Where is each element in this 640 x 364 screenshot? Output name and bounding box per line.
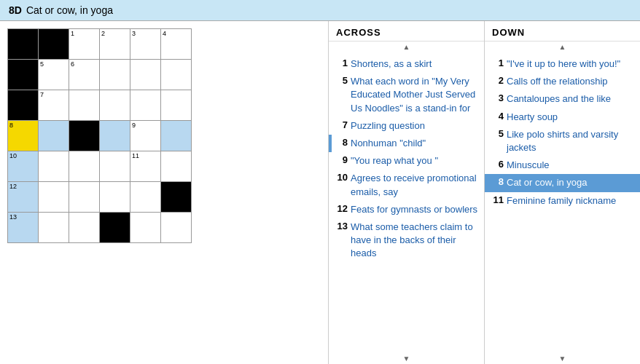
grid-cell[interactable]	[130, 213, 161, 243]
clue-text: Shortens, as a skirt	[351, 58, 432, 71]
grid-row: 8 9	[8, 121, 192, 151]
grid-row: 13	[8, 213, 192, 243]
clue-text: Like polo shirts and varsity jackets	[507, 128, 634, 154]
down-clue-item[interactable]: 3Cantaloupes and the like	[485, 90, 640, 108]
clue-text: Hearty soup	[507, 111, 558, 124]
clue-number: 3	[491, 92, 504, 103]
clue-text: Cat or cow, in yoga	[507, 176, 588, 189]
grid-cell-highlighted[interactable]: 13	[8, 213, 39, 243]
down-clue-item[interactable]: 6Minuscule	[485, 157, 640, 174]
grid-cell[interactable]	[100, 60, 130, 90]
grid-cell[interactable]	[130, 60, 161, 90]
grid-cell	[69, 121, 100, 151]
clue-number: 13	[335, 221, 348, 232]
clue-number: 12	[335, 203, 348, 214]
clue-number: 5	[335, 75, 348, 86]
grid-row: 10 11	[8, 151, 192, 182]
clue-number: 1	[335, 58, 348, 68]
top-clue-bar: 8D Cat or cow, in yoga	[0, 0, 640, 21]
across-clues-scroll[interactable]: 1Shortens, as a skirt5What each word in …	[329, 52, 484, 353]
grid-cell[interactable]	[100, 90, 130, 121]
clues-panel: ACROSS ▲ 1Shortens, as a skirt5What each…	[328, 21, 640, 364]
grid-cell[interactable]: 3	[130, 29, 161, 60]
across-clue-item[interactable]: 7Puzzling question	[329, 117, 484, 135]
grid-cell-highlighted[interactable]	[39, 121, 69, 151]
down-clue-item[interactable]: 11Feminine family nickname	[485, 192, 640, 210]
clue-number: 11	[491, 194, 504, 205]
down-header: DOWN	[485, 21, 640, 41]
grid-row: 5 6	[8, 60, 192, 90]
grid-cell[interactable]: 1	[69, 29, 100, 60]
clue-text: Agrees to receive promotional emails, sa…	[351, 172, 478, 198]
main-area: 1 2 3 4 5 6 7	[0, 21, 640, 364]
grid-cell-highlighted[interactable]: 10	[8, 151, 39, 182]
crossword-grid[interactable]: 1 2 3 4 5 6 7	[7, 28, 192, 243]
clue-text: What some teachers claim to have in the …	[351, 221, 478, 261]
grid-cell	[100, 213, 130, 243]
grid-cell-highlighted[interactable]	[161, 121, 192, 151]
grid-cell	[39, 29, 69, 60]
grid-cell[interactable]	[130, 182, 161, 213]
grid-cell[interactable]	[130, 90, 161, 121]
clue-number: 8	[491, 176, 504, 187]
across-clue-item[interactable]: 1Shortens, as a skirt	[329, 55, 484, 73]
across-clue-item[interactable]: 9"You reap what you "	[329, 152, 484, 170]
down-clue-item[interactable]: 4Hearty soup	[485, 108, 640, 126]
down-clue-item[interactable]: 1"I've it up to here with you!"	[485, 55, 640, 73]
across-clue-item[interactable]: 8Nonhuman "child"	[329, 135, 484, 152]
grid-row: 7	[8, 90, 192, 121]
grid-cell-highlighted[interactable]	[100, 121, 130, 151]
across-column: ACROSS ▲ 1Shortens, as a skirt5What each…	[329, 21, 485, 364]
active-clue-number: 8D	[9, 4, 22, 16]
clue-number: 6	[491, 159, 504, 170]
scroll-down-across[interactable]: ▼	[329, 353, 484, 364]
grid-cell[interactable]	[69, 213, 100, 243]
clue-number: 2	[491, 75, 504, 86]
clue-number: 9	[335, 154, 348, 165]
grid-cell	[8, 29, 39, 60]
scroll-down-down[interactable]: ▼	[485, 353, 640, 364]
grid-cell[interactable]: 2	[100, 29, 130, 60]
grid-cell[interactable]	[100, 182, 130, 213]
across-header: ACROSS	[329, 21, 484, 41]
down-clue-item[interactable]: 2Calls off the relationship	[485, 73, 640, 90]
across-clue-item[interactable]: 13What some teachers claim to have in th…	[329, 218, 484, 263]
grid-cell[interactable]	[161, 60, 192, 90]
grid-cell-active[interactable]: 8	[8, 121, 39, 151]
grid-cell[interactable]	[161, 90, 192, 121]
grid-cell[interactable]	[39, 151, 69, 182]
clue-text: Calls off the relationship	[507, 75, 608, 88]
across-clue-item[interactable]: 12Feats for gymnasts or bowlers	[329, 201, 484, 218]
grid-cell[interactable]	[69, 90, 100, 121]
scroll-up-across[interactable]: ▲	[329, 41, 484, 52]
clue-text: Feats for gymnasts or bowlers	[351, 203, 477, 216]
grid-cell[interactable]	[69, 182, 100, 213]
grid-cell[interactable]	[39, 182, 69, 213]
grid-cell-highlighted[interactable]: 12	[8, 182, 39, 213]
clue-number: 1	[491, 58, 504, 68]
clue-text: Puzzling question	[351, 119, 425, 132]
grid-cell[interactable]: 4	[161, 29, 192, 60]
grid-cell[interactable]: 6	[69, 60, 100, 90]
grid-cell[interactable]	[69, 151, 100, 182]
scroll-up-down[interactable]: ▲	[485, 41, 640, 52]
grid-cell[interactable]: 11	[130, 151, 161, 182]
across-clue-item[interactable]: 5What each word in "My Very Educated Mot…	[329, 73, 484, 117]
grid-cell[interactable]	[161, 213, 192, 243]
down-clue-item[interactable]: 8Cat or cow, in yoga	[485, 174, 640, 191]
clue-text: "You reap what you "	[351, 154, 438, 167]
down-clue-item[interactable]: 5Like polo shirts and varsity jackets	[485, 126, 640, 157]
grid-cell[interactable]: 7	[39, 90, 69, 121]
grid-cell	[8, 60, 39, 90]
across-clue-item[interactable]: 10Agrees to receive promotional emails, …	[329, 170, 484, 200]
clue-text: Minuscule	[507, 159, 550, 172]
grid-cell[interactable]: 5	[39, 60, 69, 90]
clue-text: What each word in "My Very Educated Moth…	[351, 75, 478, 115]
grid-cell[interactable]: 9	[130, 121, 161, 151]
down-column: DOWN ▲ 1"I've it up to here with you!"2C…	[485, 21, 640, 364]
down-clues-scroll[interactable]: 1"I've it up to here with you!"2Calls of…	[485, 52, 640, 353]
grid-cell[interactable]	[100, 151, 130, 182]
grid-cell[interactable]	[39, 213, 69, 243]
grid-cell[interactable]	[161, 151, 192, 182]
clue-number: 10	[335, 172, 348, 183]
